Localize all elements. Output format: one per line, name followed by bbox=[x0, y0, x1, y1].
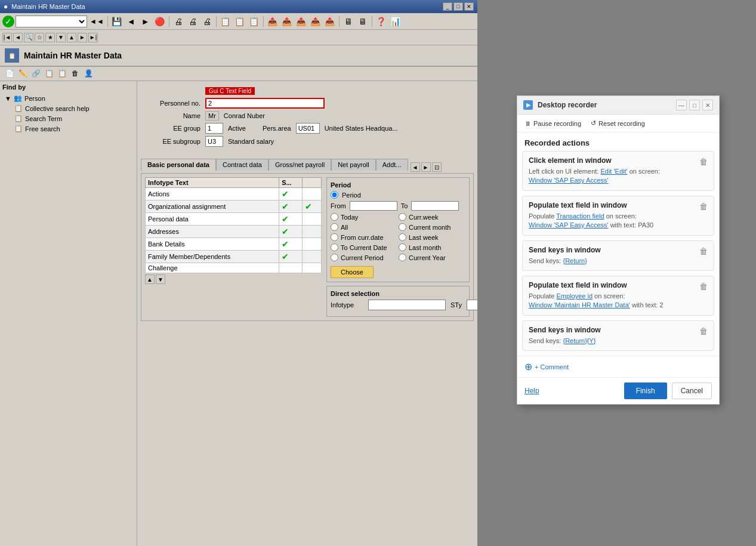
nav-btn3[interactable]: 📤 bbox=[295, 15, 308, 28]
nav-btn2[interactable]: 📤 bbox=[280, 15, 294, 28]
action-delete-btn-5[interactable]: 🗑 bbox=[698, 326, 709, 337]
screen-btn2[interactable]: 🖥 bbox=[356, 15, 369, 28]
tree-item-person[interactable]: ▼ 👥 Person bbox=[2, 93, 134, 103]
minimize-btn[interactable]: _ bbox=[443, 2, 452, 11]
from-input[interactable] bbox=[350, 201, 397, 211]
copy2-btn[interactable]: 📋 bbox=[43, 68, 55, 79]
action-desc-link-1[interactable]: Edit 'Edit' bbox=[600, 168, 627, 175]
paste2-btn[interactable]: 📋 bbox=[56, 68, 68, 79]
choose-button[interactable]: Choose bbox=[331, 266, 374, 278]
action-delete-btn-2[interactable]: 🗑 bbox=[698, 201, 709, 212]
tab-prev-btn[interactable]: ◄ bbox=[411, 162, 420, 172]
radio-from-curr[interactable] bbox=[331, 233, 338, 241]
command-field[interactable] bbox=[16, 16, 87, 27]
action-desc-link-5[interactable]: {Return}{Y} bbox=[563, 337, 595, 344]
table-row[interactable]: Family Member/Dependents ✔ bbox=[146, 251, 322, 263]
help-btn[interactable]: ❓ bbox=[375, 15, 388, 28]
radio-current-year[interactable] bbox=[399, 254, 406, 261]
tab-addt[interactable]: Addt... bbox=[376, 159, 408, 171]
radio-today[interactable] bbox=[331, 213, 338, 221]
new-btn[interactable]: 📄 bbox=[4, 68, 16, 79]
nav-search-btn[interactable]: 🔍 bbox=[24, 33, 33, 42]
print-btn[interactable]: 🖨 bbox=[172, 15, 185, 28]
print3-btn[interactable]: 🖨 bbox=[200, 15, 214, 28]
action-delete-btn-4[interactable]: 🗑 bbox=[698, 281, 709, 292]
close-btn[interactable]: ✕ bbox=[464, 2, 474, 11]
radio-all[interactable] bbox=[331, 223, 338, 231]
link-btn[interactable]: 🔗 bbox=[30, 68, 42, 79]
radio-current-month[interactable] bbox=[399, 223, 406, 231]
copy-btn[interactable]: 📋 bbox=[219, 15, 232, 28]
ee-subgroup-input[interactable] bbox=[205, 136, 223, 147]
comment-btn[interactable]: ⊕ + Comment bbox=[524, 361, 569, 372]
recorder-maximize-btn[interactable]: □ bbox=[689, 100, 700, 110]
to-input[interactable] bbox=[411, 201, 459, 211]
action-desc-link-4[interactable]: Employee id bbox=[556, 292, 593, 300]
nav-next-btn[interactable]: ► bbox=[78, 33, 87, 42]
nav-prev-btn[interactable]: ◄ bbox=[13, 33, 23, 42]
radio-last-week[interactable] bbox=[399, 233, 406, 241]
action-delete-btn-1[interactable]: 🗑 bbox=[698, 156, 709, 167]
nav-btn5[interactable]: 📤 bbox=[323, 15, 337, 28]
tab-contract[interactable]: Contract data bbox=[216, 159, 269, 171]
pers-area-code[interactable] bbox=[296, 123, 320, 134]
cut-btn[interactable]: 📋 bbox=[248, 15, 261, 28]
action-screen-link-4[interactable]: Window 'Maintain HR Master Data' bbox=[529, 301, 630, 309]
pause-recording-btn[interactable]: ⏸ Pause recording bbox=[524, 119, 581, 127]
nav-down-btn[interactable]: ▼ bbox=[56, 33, 66, 42]
forward-btn[interactable]: ► bbox=[139, 15, 152, 28]
print2-btn[interactable]: 🖨 bbox=[186, 15, 199, 28]
scroll-down-btn[interactable]: ▼ bbox=[156, 274, 165, 284]
delete-btn[interactable]: 🗑 bbox=[69, 68, 81, 79]
reset-recording-btn[interactable]: ↺ Reset recording bbox=[591, 119, 645, 127]
info-btn[interactable]: 📊 bbox=[389, 15, 402, 28]
radio-to-current[interactable] bbox=[331, 243, 338, 251]
edit-btn[interactable]: ✏️ bbox=[17, 68, 29, 79]
finish-btn[interactable]: Finish bbox=[624, 382, 667, 399]
table-row[interactable]: Addresses ✔ bbox=[146, 226, 322, 238]
nav-last-btn[interactable]: ►| bbox=[88, 33, 98, 42]
tab-expand-btn[interactable]: ⊡ bbox=[432, 162, 442, 172]
table-row[interactable]: Personal data ✔ bbox=[146, 213, 322, 226]
scroll-up-btn[interactable]: ▲ bbox=[145, 274, 155, 284]
infotype-input[interactable] bbox=[368, 300, 446, 310]
action-desc-link-2[interactable]: Transaction field bbox=[556, 212, 604, 220]
nav-first-btn[interactable]: |◄ bbox=[2, 33, 12, 42]
tree-item-collective[interactable]: 📋 Collective search help bbox=[12, 103, 134, 113]
radio-last-month[interactable] bbox=[399, 243, 406, 251]
tab-next-btn[interactable]: ► bbox=[421, 162, 431, 172]
tab-gross[interactable]: Gross/net payroll bbox=[269, 159, 331, 171]
nav-back-btn[interactable]: ◄◄ bbox=[88, 16, 105, 27]
table-row[interactable]: Challenge bbox=[146, 263, 322, 273]
tree-item-search-term[interactable]: 📋 Search Term bbox=[12, 113, 134, 124]
maximize-btn[interactable]: □ bbox=[453, 2, 463, 11]
recorder-close-btn[interactable]: ✕ bbox=[702, 100, 713, 110]
action-desc-link-3[interactable]: {Return} bbox=[563, 257, 587, 264]
paste-btn[interactable]: 📋 bbox=[233, 15, 246, 28]
cancel-btn[interactable]: Cancel bbox=[672, 382, 712, 399]
period-radio[interactable] bbox=[331, 191, 338, 199]
personnel-no-input[interactable] bbox=[205, 98, 325, 109]
action-screen-link-2[interactable]: Window 'SAP Easy Access' bbox=[529, 221, 609, 229]
sty-input[interactable] bbox=[467, 300, 477, 310]
nav-star2-btn[interactable]: ★ bbox=[45, 33, 55, 42]
table-row[interactable]: Bank Details ✔ bbox=[146, 238, 322, 251]
tab-basic[interactable]: Basic personal data bbox=[141, 159, 216, 171]
nav-star-btn[interactable]: ☆ bbox=[35, 33, 44, 42]
cancel-btn[interactable]: 🔴 bbox=[153, 15, 166, 28]
radio-current-period[interactable] bbox=[331, 254, 338, 261]
table-row[interactable]: Organizational assignment ✔ ✔ bbox=[146, 200, 322, 213]
person-btn[interactable]: 👤 bbox=[82, 68, 94, 79]
ee-group-input[interactable] bbox=[205, 123, 223, 134]
radio-curr-week[interactable] bbox=[399, 213, 406, 221]
nav-btn4[interactable]: 📤 bbox=[309, 15, 322, 28]
action-screen-link-1[interactable]: Window 'SAP Easy Access' bbox=[529, 177, 609, 184]
tree-item-free-search[interactable]: 📋 Free search bbox=[12, 124, 134, 134]
table-row[interactable]: Actions ✔ bbox=[146, 188, 322, 200]
recorder-minimize-btn[interactable]: — bbox=[676, 100, 687, 110]
save-btn[interactable]: 💾 bbox=[110, 15, 124, 28]
help-link[interactable]: Help bbox=[524, 387, 539, 395]
tab-net[interactable]: Net payroll bbox=[331, 159, 376, 171]
action-delete-btn-3[interactable]: 🗑 bbox=[698, 246, 709, 257]
nav-btn1[interactable]: 📤 bbox=[266, 15, 279, 28]
